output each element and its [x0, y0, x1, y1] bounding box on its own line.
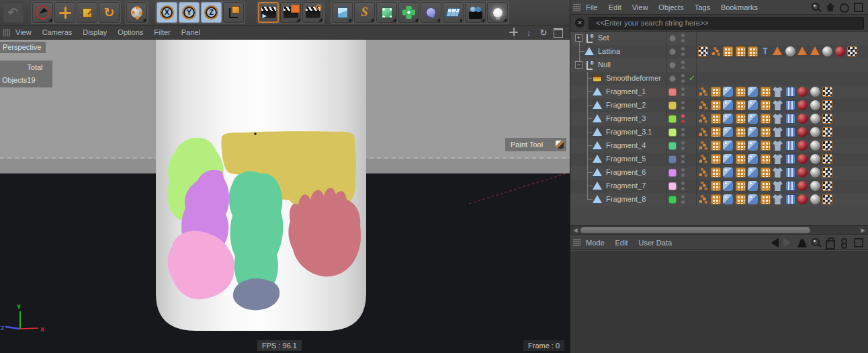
- zoom-view-icon[interactable]: [524, 28, 533, 37]
- python-tag-icon[interactable]: [748, 114, 758, 124]
- uvw-tag-icon[interactable]: [822, 114, 832, 124]
- cloth-tag-icon[interactable]: [773, 127, 783, 137]
- enabled-checkmark-icon[interactable]: ✓: [689, 73, 695, 83]
- add-light-button[interactable]: [487, 2, 508, 23]
- scrollbar-thumb[interactable]: [580, 227, 810, 233]
- active-tool-hud[interactable]: Paint Tool: [505, 138, 566, 151]
- stick-tag-icon[interactable]: [761, 46, 771, 56]
- sel-tag-icon[interactable]: [761, 141, 771, 151]
- om-menu-objects[interactable]: Objects: [658, 3, 683, 11]
- viewport-menu-view[interactable]: View: [15, 28, 32, 36]
- panel-grip-icon[interactable]: [3, 29, 10, 36]
- display-color-chip[interactable]: [668, 142, 677, 150]
- display-color-chip[interactable]: [668, 169, 677, 177]
- phong-tag-icon[interactable]: [711, 46, 721, 56]
- matred-tag-icon[interactable]: [797, 87, 808, 97]
- display-color-chip[interactable]: [668, 128, 677, 136]
- tree-row-fragment_3-1[interactable]: Fragment_3.1: [570, 126, 868, 139]
- arrow-mode-icon[interactable]: [797, 238, 807, 247]
- add-deformer-button[interactable]: [421, 2, 441, 23]
- om-menu-edit[interactable]: Edit: [609, 3, 621, 11]
- viewport-menu-options[interactable]: Options: [118, 28, 143, 36]
- viewport-menu-filter[interactable]: Filter: [154, 28, 170, 36]
- cloth-tag-icon[interactable]: [773, 181, 783, 191]
- python-tag-icon[interactable]: [723, 154, 733, 164]
- visibility-dots[interactable]: [681, 114, 685, 123]
- comp-tag-icon[interactable]: [785, 127, 795, 137]
- display-color-chip[interactable]: [668, 102, 677, 110]
- sel-tag-icon[interactable]: [736, 194, 746, 204]
- viewport-menu-display[interactable]: Display: [83, 28, 107, 36]
- render-view-button[interactable]: [258, 2, 279, 23]
- sel-tag-icon[interactable]: [711, 100, 721, 110]
- tri-tag-icon[interactable]: [797, 46, 807, 55]
- tree-row-fragment_4[interactable]: Fragment_4: [570, 139, 868, 153]
- phong-tag-icon[interactable]: [698, 181, 708, 191]
- uvw-tag-icon[interactable]: [822, 194, 832, 204]
- om-menu-view[interactable]: View: [632, 3, 648, 11]
- sel-tag-icon[interactable]: [761, 114, 771, 124]
- sel-tag-icon[interactable]: [736, 167, 746, 178]
- matgray-tag-icon[interactable]: [785, 46, 795, 56]
- display-color-chip[interactable]: [668, 182, 677, 190]
- display-color-chip[interactable]: [668, 196, 677, 204]
- sel-tag-icon[interactable]: [711, 127, 721, 137]
- matgray-tag-icon[interactable]: [810, 167, 820, 178]
- sel-tag-icon[interactable]: [711, 181, 721, 191]
- scale-tool-button[interactable]: [77, 2, 97, 23]
- sel-tag-icon[interactable]: [736, 154, 746, 164]
- display-color-chip[interactable]: [668, 155, 677, 163]
- sel-tag-icon[interactable]: [761, 194, 771, 204]
- uvw-tag-icon[interactable]: [822, 167, 832, 178]
- render-to-picture-viewer-button[interactable]: [280, 2, 301, 23]
- sel-tag-icon[interactable]: [736, 46, 746, 56]
- matgray-tag-icon[interactable]: [810, 141, 820, 151]
- history-back-icon[interactable]: [769, 238, 779, 247]
- matred-tag-icon[interactable]: [797, 127, 808, 137]
- comp-tag-icon[interactable]: [785, 167, 795, 178]
- comp-tag-icon[interactable]: [785, 181, 795, 191]
- tree-row-set[interactable]: +Set: [570, 32, 868, 45]
- python-tag-icon[interactable]: [723, 127, 733, 137]
- viewport-menu-panel[interactable]: Panel: [181, 28, 200, 36]
- tree-row-fragment_7[interactable]: Fragment_7: [570, 180, 868, 193]
- python-tag-icon[interactable]: [748, 100, 758, 110]
- tree-row-lattina[interactable]: Lattina: [570, 45, 868, 58]
- comp-tag-icon[interactable]: [785, 141, 795, 151]
- visibility-dots[interactable]: [681, 168, 685, 177]
- am-menu-edit[interactable]: Edit: [615, 239, 628, 247]
- cloth-tag-icon[interactable]: [773, 194, 783, 204]
- sel-tag-icon[interactable]: [736, 87, 746, 97]
- viewport-3d[interactable]: Y X Z Perspective Total Objects 19 Paint…: [0, 40, 570, 353]
- home-icon[interactable]: [826, 3, 835, 12]
- sel-tag-icon[interactable]: [761, 167, 771, 178]
- comp-tag-icon[interactable]: [785, 154, 795, 164]
- sel-tag-icon[interactable]: [761, 87, 771, 97]
- phong-tag-icon[interactable]: [698, 114, 708, 124]
- move-tool-button[interactable]: [54, 2, 75, 23]
- rotate-view-icon[interactable]: [539, 28, 548, 37]
- render-settings-button[interactable]: [302, 2, 323, 23]
- matgray-tag-icon[interactable]: [810, 181, 820, 191]
- uvw-tag-icon[interactable]: [698, 46, 708, 56]
- visibility-dots[interactable]: [681, 101, 685, 110]
- uvw-tag-icon[interactable]: [822, 87, 832, 97]
- om-menu-tags[interactable]: Tags: [695, 3, 710, 11]
- undo-button[interactable]: ↶: [3, 2, 24, 23]
- rotate-tool-button[interactable]: ↻: [99, 2, 120, 23]
- matred-tag-icon[interactable]: [797, 154, 808, 164]
- python-tag-icon[interactable]: [748, 181, 758, 191]
- python-tag-icon[interactable]: [748, 127, 758, 137]
- matgray-tag-icon[interactable]: [810, 100, 820, 110]
- uvw-tag-icon[interactable]: [822, 154, 832, 164]
- add-primitive-button[interactable]: [332, 2, 353, 23]
- new-panel-icon[interactable]: [854, 3, 863, 12]
- add-camera-button[interactable]: [465, 2, 486, 23]
- tree-row-fragment_8[interactable]: Fragment_8: [570, 193, 868, 206]
- tree-row-fragment_5[interactable]: Fragment_5: [570, 153, 868, 166]
- sel-tag-icon[interactable]: [736, 127, 746, 137]
- cloth-tag-icon[interactable]: [773, 100, 783, 110]
- matgray-tag-icon[interactable]: [822, 46, 832, 56]
- phong-tag-icon[interactable]: [698, 100, 708, 110]
- sel-tag-icon[interactable]: [761, 127, 771, 137]
